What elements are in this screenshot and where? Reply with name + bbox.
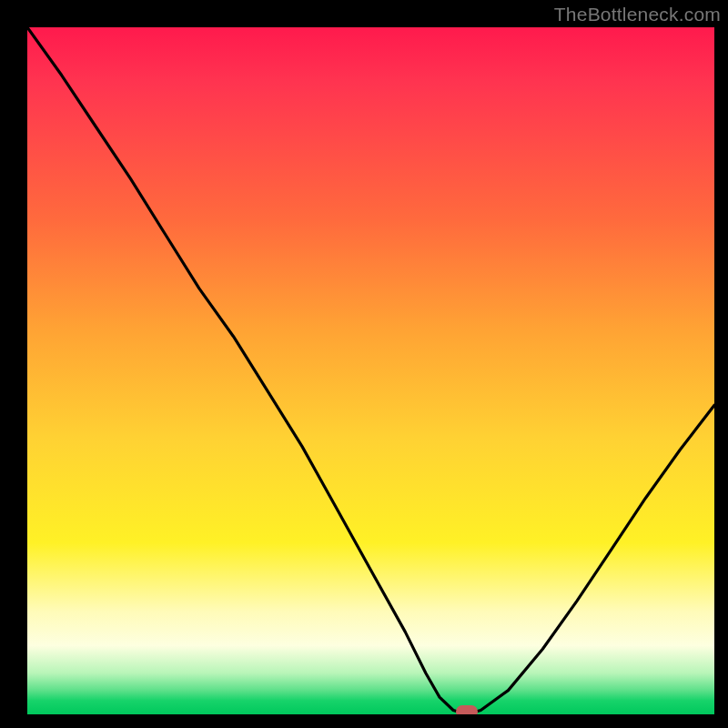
optimal-point-marker [456,705,478,714]
bottleneck-curve [27,27,714,714]
watermark-text: TheBottleneck.com [554,4,721,25]
chart-frame: TheBottleneck.com [0,0,728,728]
curve-path [27,27,714,714]
plot-area [27,27,714,714]
